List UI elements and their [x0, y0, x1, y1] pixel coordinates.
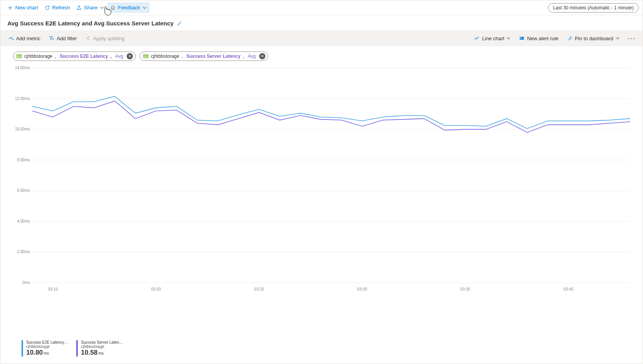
- new-chart-button[interactable]: New chart: [4, 2, 41, 13]
- svg-text:03:30: 03:30: [357, 287, 367, 291]
- legend-unit: ms: [44, 351, 49, 355]
- svg-rect-5: [521, 38, 523, 39]
- svg-point-0: [111, 6, 115, 9]
- apply-splitting-button: Apply splitting: [81, 33, 128, 44]
- chart-toolbar: Add metric Add filter Apply splitting Li…: [0, 30, 643, 46]
- legend-resource: cjhtbbstorage: [81, 344, 123, 349]
- svg-text:03:25: 03:25: [254, 287, 264, 291]
- svg-text:2.00ms: 2.00ms: [17, 250, 30, 254]
- svg-text:03:40: 03:40: [564, 287, 573, 291]
- legend-unit: ms: [99, 351, 104, 355]
- metric-chip[interactable]: cjhtbbstorage, Success E2E Latency, Avg …: [13, 52, 136, 61]
- svg-rect-4: [521, 37, 522, 38]
- chip-resource: cjhtbbstorage: [24, 54, 52, 59]
- share-label: Share: [84, 5, 98, 11]
- svg-rect-6: [16, 54, 22, 58]
- chart-type-label: Line chart: [482, 36, 504, 41]
- legend-item[interactable]: Success E2E Latency … cjhtbbstorage 10.8…: [21, 340, 69, 357]
- svg-text:14.00ms: 14.00ms: [15, 66, 30, 70]
- plus-icon: [7, 5, 13, 11]
- feedback-icon: [110, 5, 116, 11]
- filter-plus-icon: [49, 36, 54, 41]
- line-chart-icon: [474, 36, 480, 41]
- add-metric-label: Add metric: [16, 36, 40, 41]
- chart-title: Avg Success E2E Latency and Avg Success …: [7, 20, 174, 27]
- add-filter-button[interactable]: Add filter: [45, 33, 81, 44]
- legend-color-swatch: [76, 340, 78, 357]
- pin-label: Pin to dashboard: [575, 36, 613, 41]
- legend-value: 10.58: [81, 349, 98, 356]
- legend-value: 10.80: [26, 349, 43, 356]
- refresh-button[interactable]: Refresh: [41, 2, 73, 13]
- add-filter-label: Add filter: [57, 36, 77, 41]
- more-actions-button[interactable]: ···: [624, 34, 639, 43]
- chip-aggregation: Avg: [248, 54, 256, 59]
- apply-splitting-label: Apply splitting: [93, 36, 124, 41]
- storage-icon: [16, 54, 22, 58]
- new-alert-rule-button[interactable]: New alert rule: [515, 33, 562, 44]
- chip-metric: Success Server Latency: [186, 54, 240, 59]
- storage-icon: [143, 54, 149, 58]
- svg-text:03:15: 03:15: [48, 287, 58, 291]
- legend-item[interactable]: Success Server Laten… cjhtbbstorage 10.5…: [76, 340, 123, 357]
- add-metric-button[interactable]: Add metric: [4, 33, 44, 44]
- legend-series-name: Success Server Laten…: [81, 340, 123, 344]
- feedback-button[interactable]: Feedback: [107, 2, 150, 13]
- chart-type-dropdown[interactable]: Line chart: [470, 33, 514, 44]
- remove-chip-icon[interactable]: ✕: [259, 53, 265, 59]
- share-button[interactable]: Share: [73, 2, 107, 13]
- svg-text:6.00ms: 6.00ms: [17, 188, 30, 193]
- metric-chips-row: cjhtbbstorage, Success E2E Latency, Avg …: [0, 46, 643, 64]
- chevron-down-icon: [507, 36, 510, 40]
- remove-chip-icon[interactable]: ✕: [127, 53, 133, 59]
- legend-color-swatch: [21, 340, 23, 357]
- svg-text:10.00ms: 10.00ms: [15, 127, 30, 131]
- split-icon: [85, 36, 91, 41]
- chart-area[interactable]: 0ms2.00ms4.00ms6.00ms8.00ms10.00ms12.00m…: [7, 66, 636, 338]
- time-range-label: Last 30 minutes (Automatic - 1 minute): [553, 5, 634, 11]
- chevron-down-icon: [100, 6, 104, 10]
- pin-icon: [567, 36, 573, 41]
- alert-icon: [519, 36, 525, 41]
- svg-text:8.00ms: 8.00ms: [17, 158, 30, 162]
- edit-title-icon[interactable]: [177, 21, 182, 26]
- feedback-label: Feedback: [118, 5, 140, 11]
- chip-resource: cjhtbbstorage: [151, 54, 179, 59]
- chart-legend: Success E2E Latency … cjhtbbstorage 10.8…: [0, 338, 643, 364]
- chart-title-row: Avg Success E2E Latency and Avg Success …: [0, 15, 643, 30]
- sparkle-plus-icon: [8, 36, 14, 41]
- svg-point-1: [112, 7, 112, 7]
- metric-chip[interactable]: cjhtbbstorage, Success Server Latency, A…: [140, 52, 268, 61]
- chip-metric: Success E2E Latency: [60, 54, 108, 59]
- svg-rect-8: [143, 54, 149, 58]
- metrics-line-chart[interactable]: 0ms2.00ms4.00ms6.00ms8.00ms10.00ms12.00m…: [7, 66, 636, 294]
- refresh-icon: [45, 5, 50, 11]
- svg-text:12.00ms: 12.00ms: [15, 96, 30, 101]
- chevron-down-icon: [616, 36, 620, 40]
- refresh-label: Refresh: [52, 5, 70, 11]
- pin-to-dashboard-button[interactable]: Pin to dashboard: [563, 33, 623, 44]
- svg-text:03:35: 03:35: [460, 287, 470, 291]
- chevron-down-icon: [143, 6, 147, 10]
- legend-resource: cjhtbbstorage: [26, 344, 69, 349]
- chip-aggregation: Avg: [115, 54, 123, 59]
- share-icon: [76, 5, 82, 11]
- svg-point-2: [113, 7, 114, 7]
- time-range-picker[interactable]: Last 30 minutes (Automatic - 1 minute): [548, 3, 639, 12]
- top-toolbar: New chart Refresh Share Feedback Last 30…: [0, 0, 643, 15]
- svg-text:03:20: 03:20: [151, 287, 161, 291]
- legend-series-name: Success E2E Latency …: [26, 340, 69, 344]
- new-chart-label: New chart: [15, 5, 38, 11]
- svg-text:4.00ms: 4.00ms: [17, 219, 30, 223]
- new-alert-label: New alert rule: [527, 36, 558, 41]
- svg-text:0ms: 0ms: [23, 280, 30, 285]
